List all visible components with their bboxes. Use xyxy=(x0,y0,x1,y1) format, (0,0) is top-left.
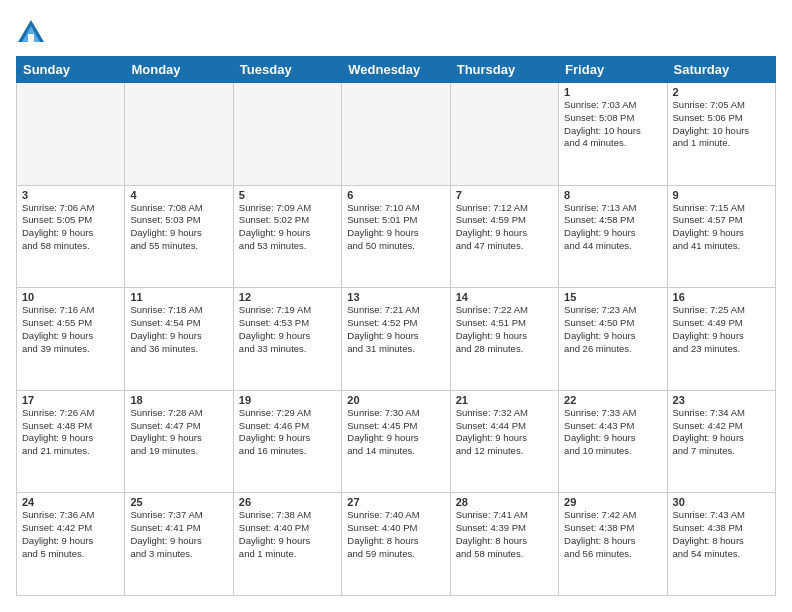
day-info: Sunrise: 7:40 AM Sunset: 4:40 PM Dayligh… xyxy=(347,509,444,560)
day-info: Sunrise: 7:33 AM Sunset: 4:43 PM Dayligh… xyxy=(564,407,661,458)
day-info: Sunrise: 7:15 AM Sunset: 4:57 PM Dayligh… xyxy=(673,202,770,253)
day-info: Sunrise: 7:36 AM Sunset: 4:42 PM Dayligh… xyxy=(22,509,119,560)
day-info: Sunrise: 7:16 AM Sunset: 4:55 PM Dayligh… xyxy=(22,304,119,355)
calendar-cell: 18Sunrise: 7:28 AM Sunset: 4:47 PM Dayli… xyxy=(125,390,233,493)
day-number: 27 xyxy=(347,496,444,508)
day-number: 17 xyxy=(22,394,119,406)
calendar-cell: 23Sunrise: 7:34 AM Sunset: 4:42 PM Dayli… xyxy=(667,390,775,493)
day-info: Sunrise: 7:09 AM Sunset: 5:02 PM Dayligh… xyxy=(239,202,336,253)
day-info: Sunrise: 7:29 AM Sunset: 4:46 PM Dayligh… xyxy=(239,407,336,458)
calendar-cell: 17Sunrise: 7:26 AM Sunset: 4:48 PM Dayli… xyxy=(17,390,125,493)
day-number: 22 xyxy=(564,394,661,406)
logo xyxy=(16,16,50,46)
calendar-cell xyxy=(342,83,450,186)
day-info: Sunrise: 7:06 AM Sunset: 5:05 PM Dayligh… xyxy=(22,202,119,253)
day-info: Sunrise: 7:38 AM Sunset: 4:40 PM Dayligh… xyxy=(239,509,336,560)
header xyxy=(16,16,776,46)
day-number: 15 xyxy=(564,291,661,303)
day-info: Sunrise: 7:23 AM Sunset: 4:50 PM Dayligh… xyxy=(564,304,661,355)
day-info: Sunrise: 7:19 AM Sunset: 4:53 PM Dayligh… xyxy=(239,304,336,355)
day-info: Sunrise: 7:03 AM Sunset: 5:08 PM Dayligh… xyxy=(564,99,661,150)
day-number: 24 xyxy=(22,496,119,508)
calendar-cell: 28Sunrise: 7:41 AM Sunset: 4:39 PM Dayli… xyxy=(450,493,558,596)
weekday-header-wednesday: Wednesday xyxy=(342,57,450,83)
day-info: Sunrise: 7:43 AM Sunset: 4:38 PM Dayligh… xyxy=(673,509,770,560)
page: SundayMondayTuesdayWednesdayThursdayFrid… xyxy=(0,0,792,612)
day-info: Sunrise: 7:25 AM Sunset: 4:49 PM Dayligh… xyxy=(673,304,770,355)
calendar-cell: 6Sunrise: 7:10 AM Sunset: 5:01 PM Daylig… xyxy=(342,185,450,288)
calendar-cell: 1Sunrise: 7:03 AM Sunset: 5:08 PM Daylig… xyxy=(559,83,667,186)
day-number: 1 xyxy=(564,86,661,98)
day-info: Sunrise: 7:10 AM Sunset: 5:01 PM Dayligh… xyxy=(347,202,444,253)
day-number: 19 xyxy=(239,394,336,406)
calendar-cell xyxy=(125,83,233,186)
day-info: Sunrise: 7:08 AM Sunset: 5:03 PM Dayligh… xyxy=(130,202,227,253)
weekday-header-monday: Monday xyxy=(125,57,233,83)
calendar-cell: 9Sunrise: 7:15 AM Sunset: 4:57 PM Daylig… xyxy=(667,185,775,288)
day-number: 25 xyxy=(130,496,227,508)
day-info: Sunrise: 7:22 AM Sunset: 4:51 PM Dayligh… xyxy=(456,304,553,355)
day-number: 16 xyxy=(673,291,770,303)
week-row-3: 10Sunrise: 7:16 AM Sunset: 4:55 PM Dayli… xyxy=(17,288,776,391)
day-number: 18 xyxy=(130,394,227,406)
day-number: 21 xyxy=(456,394,553,406)
day-number: 2 xyxy=(673,86,770,98)
weekday-header-sunday: Sunday xyxy=(17,57,125,83)
calendar-cell: 21Sunrise: 7:32 AM Sunset: 4:44 PM Dayli… xyxy=(450,390,558,493)
calendar-cell: 24Sunrise: 7:36 AM Sunset: 4:42 PM Dayli… xyxy=(17,493,125,596)
day-number: 13 xyxy=(347,291,444,303)
day-number: 28 xyxy=(456,496,553,508)
calendar-cell: 15Sunrise: 7:23 AM Sunset: 4:50 PM Dayli… xyxy=(559,288,667,391)
day-number: 10 xyxy=(22,291,119,303)
weekday-header-saturday: Saturday xyxy=(667,57,775,83)
day-number: 12 xyxy=(239,291,336,303)
weekday-header-tuesday: Tuesday xyxy=(233,57,341,83)
calendar-cell: 14Sunrise: 7:22 AM Sunset: 4:51 PM Dayli… xyxy=(450,288,558,391)
calendar-cell: 30Sunrise: 7:43 AM Sunset: 4:38 PM Dayli… xyxy=(667,493,775,596)
calendar-cell: 19Sunrise: 7:29 AM Sunset: 4:46 PM Dayli… xyxy=(233,390,341,493)
day-number: 20 xyxy=(347,394,444,406)
calendar-cell: 25Sunrise: 7:37 AM Sunset: 4:41 PM Dayli… xyxy=(125,493,233,596)
calendar-cell: 5Sunrise: 7:09 AM Sunset: 5:02 PM Daylig… xyxy=(233,185,341,288)
day-info: Sunrise: 7:42 AM Sunset: 4:38 PM Dayligh… xyxy=(564,509,661,560)
svg-rect-2 xyxy=(28,34,34,42)
calendar-cell xyxy=(17,83,125,186)
day-number: 3 xyxy=(22,189,119,201)
day-info: Sunrise: 7:12 AM Sunset: 4:59 PM Dayligh… xyxy=(456,202,553,253)
day-info: Sunrise: 7:21 AM Sunset: 4:52 PM Dayligh… xyxy=(347,304,444,355)
day-info: Sunrise: 7:30 AM Sunset: 4:45 PM Dayligh… xyxy=(347,407,444,458)
day-info: Sunrise: 7:34 AM Sunset: 4:42 PM Dayligh… xyxy=(673,407,770,458)
week-row-2: 3Sunrise: 7:06 AM Sunset: 5:05 PM Daylig… xyxy=(17,185,776,288)
weekday-header-friday: Friday xyxy=(559,57,667,83)
day-number: 14 xyxy=(456,291,553,303)
calendar-cell: 26Sunrise: 7:38 AM Sunset: 4:40 PM Dayli… xyxy=(233,493,341,596)
calendar-cell: 10Sunrise: 7:16 AM Sunset: 4:55 PM Dayli… xyxy=(17,288,125,391)
day-number: 9 xyxy=(673,189,770,201)
calendar-cell xyxy=(233,83,341,186)
weekday-header-row: SundayMondayTuesdayWednesdayThursdayFrid… xyxy=(17,57,776,83)
calendar-cell xyxy=(450,83,558,186)
day-number: 4 xyxy=(130,189,227,201)
day-number: 11 xyxy=(130,291,227,303)
calendar-cell: 3Sunrise: 7:06 AM Sunset: 5:05 PM Daylig… xyxy=(17,185,125,288)
calendar-cell: 4Sunrise: 7:08 AM Sunset: 5:03 PM Daylig… xyxy=(125,185,233,288)
week-row-5: 24Sunrise: 7:36 AM Sunset: 4:42 PM Dayli… xyxy=(17,493,776,596)
day-info: Sunrise: 7:05 AM Sunset: 5:06 PM Dayligh… xyxy=(673,99,770,150)
calendar-cell: 8Sunrise: 7:13 AM Sunset: 4:58 PM Daylig… xyxy=(559,185,667,288)
day-number: 29 xyxy=(564,496,661,508)
calendar-cell: 27Sunrise: 7:40 AM Sunset: 4:40 PM Dayli… xyxy=(342,493,450,596)
day-number: 26 xyxy=(239,496,336,508)
calendar-cell: 29Sunrise: 7:42 AM Sunset: 4:38 PM Dayli… xyxy=(559,493,667,596)
calendar-cell: 2Sunrise: 7:05 AM Sunset: 5:06 PM Daylig… xyxy=(667,83,775,186)
calendar-cell: 11Sunrise: 7:18 AM Sunset: 4:54 PM Dayli… xyxy=(125,288,233,391)
day-info: Sunrise: 7:13 AM Sunset: 4:58 PM Dayligh… xyxy=(564,202,661,253)
calendar-cell: 16Sunrise: 7:25 AM Sunset: 4:49 PM Dayli… xyxy=(667,288,775,391)
weekday-header-thursday: Thursday xyxy=(450,57,558,83)
day-number: 6 xyxy=(347,189,444,201)
day-number: 30 xyxy=(673,496,770,508)
logo-icon xyxy=(16,16,46,46)
calendar-cell: 20Sunrise: 7:30 AM Sunset: 4:45 PM Dayli… xyxy=(342,390,450,493)
day-info: Sunrise: 7:26 AM Sunset: 4:48 PM Dayligh… xyxy=(22,407,119,458)
day-info: Sunrise: 7:32 AM Sunset: 4:44 PM Dayligh… xyxy=(456,407,553,458)
day-number: 23 xyxy=(673,394,770,406)
